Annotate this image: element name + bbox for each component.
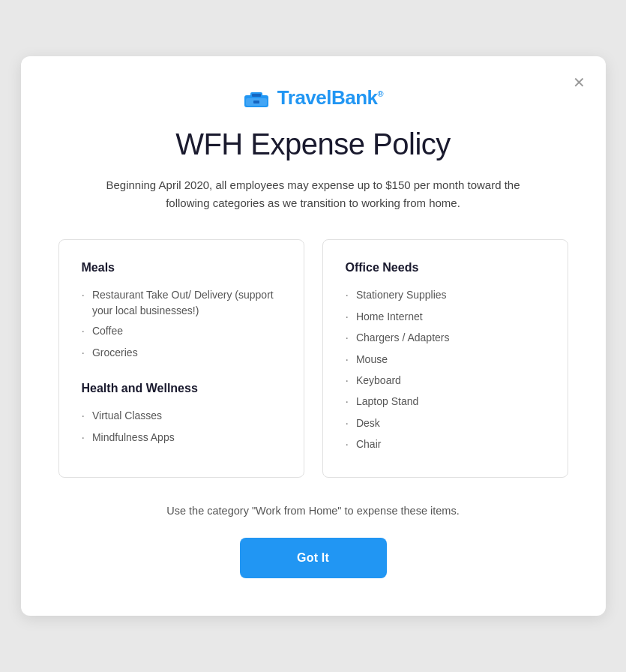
office-section-title: Office Needs [346,261,545,274]
health-section-title: Health and Wellness [82,382,281,395]
page-title: WFH Expense Policy [58,128,568,161]
cards-row: Meals Restaurant Take Out/ Delivery (sup… [58,239,568,477]
svg-rect-4 [253,100,259,104]
list-item: Mindfulness Apps [82,428,281,448]
card-meals-health: Meals Restaurant Take Out/ Delivery (sup… [58,239,304,477]
logo-text: TravelBank® [277,86,383,110]
meals-list: Restaurant Take Out/ Delivery (support y… [82,285,281,364]
list-item: Coffee [82,321,281,342]
svg-rect-2 [252,94,261,97]
list-item: Stationery Supplies [346,285,545,306]
got-it-button[interactable]: Got It [240,538,387,578]
close-button[interactable]: ✕ [568,71,591,94]
list-item: Virtual Classes [82,406,281,427]
list-item: Mouse [346,350,545,370]
list-item: Chargers / Adapters [346,328,545,349]
hint-text: Use the category "Work from Home" to exp… [58,505,568,517]
travelbank-logo-icon [243,88,270,109]
logo-area: TravelBank® [58,86,568,110]
card-office-needs: Office Needs Stationery Supplies Home In… [322,239,568,477]
meals-section-title: Meals [82,261,281,274]
list-item: Chair [346,434,545,455]
health-list: Virtual Classes Mindfulness Apps [82,406,281,448]
office-list: Stationery Supplies Home Internet Charge… [346,285,545,455]
list-item: Home Internet [346,307,545,328]
list-item: Desk [346,413,545,434]
subtitle-text: Beginning April 2020, all employees may … [88,176,538,212]
modal-overlay: ✕ TravelBank® WFH Expense Policy Beginni… [0,0,626,672]
list-item: Restaurant Take Out/ Delivery (support y… [82,285,281,321]
list-item: Keyboard [346,370,545,392]
modal-dialog: ✕ TravelBank® WFH Expense Policy Beginni… [21,56,606,615]
list-item: Groceries [82,343,281,364]
list-item: Laptop Stand [346,392,545,412]
